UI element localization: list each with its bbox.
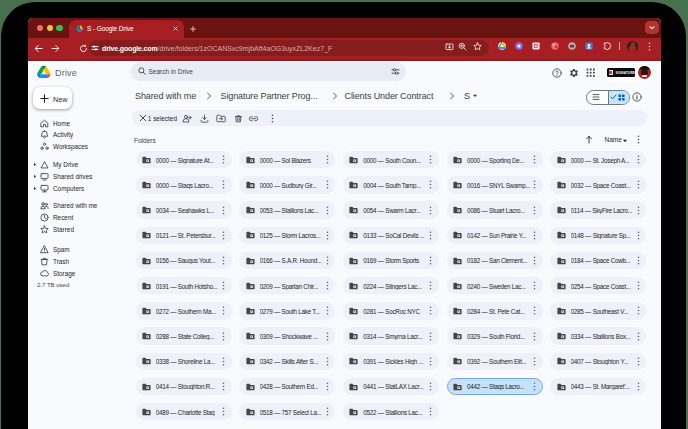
svg-text:D: D [534, 43, 539, 49]
